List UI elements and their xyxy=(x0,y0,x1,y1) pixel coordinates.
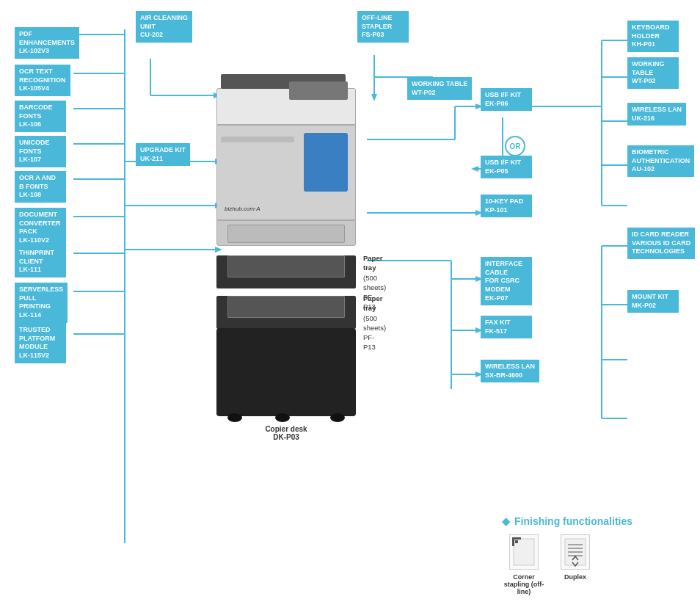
acc-working-table-right: WORKINGTABLEWT-P02 xyxy=(627,57,679,89)
page: PDFENHANCEMENTSLK-102v3 OCR TEXTRECOGNIT… xyxy=(0,0,700,610)
acc-thinprint: THINPRINTCLIENTLK-111 xyxy=(15,246,66,277)
acc-fax-kit: FAX KITFK-517 xyxy=(481,316,532,338)
duplex-icon xyxy=(561,534,590,570)
acc-usb-kit-p05: USB I/F KITEK-P05 xyxy=(481,156,532,178)
staple-icon xyxy=(509,534,539,570)
acc-working-table-top: WORKING TABLEWT-P02 xyxy=(407,77,472,100)
finishing-item-duplex: Duplex xyxy=(561,534,590,581)
svg-marker-20 xyxy=(371,94,377,101)
paper-tray-1: Paper tray(500 sheets)PF-P13 xyxy=(216,250,356,288)
acc-offline-stapler: OFF-LINESTAPLERFS-P03 xyxy=(357,11,409,43)
finishing-functionalities: Finishing functionalities Corner staplin… xyxy=(502,515,693,595)
acc-barcode-fonts: BARCODEFONTSLK-106 xyxy=(15,101,66,132)
svg-rect-58 xyxy=(515,540,518,543)
acc-id-card-reader: ID CARD READERVARIOUS ID CARDTECHNOLOGIE… xyxy=(627,228,695,259)
svg-rect-55 xyxy=(514,539,534,565)
acc-interface-cable: INTERFACECABLEFOR CSRCMODEMEK-P07 xyxy=(481,257,532,305)
acc-ocr-text: OCR TEXTRECOGNITIONLK-105v4 xyxy=(15,65,70,96)
acc-wireless-lan-br: WIRELESS LANSX-BR-4600 xyxy=(481,360,539,382)
acc-mount-kit: MOUNT KITMK-P02 xyxy=(627,290,679,313)
acc-document-converter: DOCUMENTCONVERTER PACKLK-110v2 xyxy=(15,208,66,248)
finishing-icons-container: Corner stapling (off-line) Duplex xyxy=(502,534,693,595)
printer-image: bizhub.com·A xyxy=(216,81,363,242)
svg-marker-29 xyxy=(471,166,478,172)
acc-ocr-ab: OCR A ANDB FONTSLK-108 xyxy=(15,171,66,203)
acc-air-cleaning: AIR CLEANINGUNITCU-202 xyxy=(136,11,192,43)
finishing-item-stapling: Corner stapling (off-line) xyxy=(502,534,546,595)
acc-unicode-fonts: UNICODEFONTSLK-107 xyxy=(15,136,66,167)
stapling-label: Corner stapling (off-line) xyxy=(502,573,546,595)
or-badge: OR xyxy=(505,136,525,156)
acc-upgrade-kit: UPGRADE KITUK-211 xyxy=(136,143,190,166)
duplex-label: Duplex xyxy=(564,573,586,581)
acc-usb-kit-p06: USB I/F KITEK-P06 xyxy=(481,88,532,111)
finishing-title: Finishing functionalities xyxy=(502,515,693,527)
acc-wireless-lan-216: WIRELESS LANUK-216 xyxy=(627,103,686,126)
acc-pdf-enhancements: PDFENHANCEMENTSLK-102v3 xyxy=(15,27,79,59)
acc-biometric-auth: BIOMETRICAUTHENTICATIONAU-102 xyxy=(627,145,694,177)
copier-desk: Copier deskDK-P03 xyxy=(216,328,356,441)
paper-tray-2: Paper tray(500 sheets)PF-P13 xyxy=(216,290,356,329)
acc-trusted-platform: TRUSTED PLATFORMMODULELK-115v2 xyxy=(15,323,66,363)
acc-serverless: SERVERLESSPULL PRINTINGLK-114 xyxy=(15,283,68,323)
acc-keyboard-holder: KEYBOARDHOLDERKH-P01 xyxy=(627,21,679,52)
acc-10-key-pad: 10-KEY PADKP-101 xyxy=(481,195,532,217)
